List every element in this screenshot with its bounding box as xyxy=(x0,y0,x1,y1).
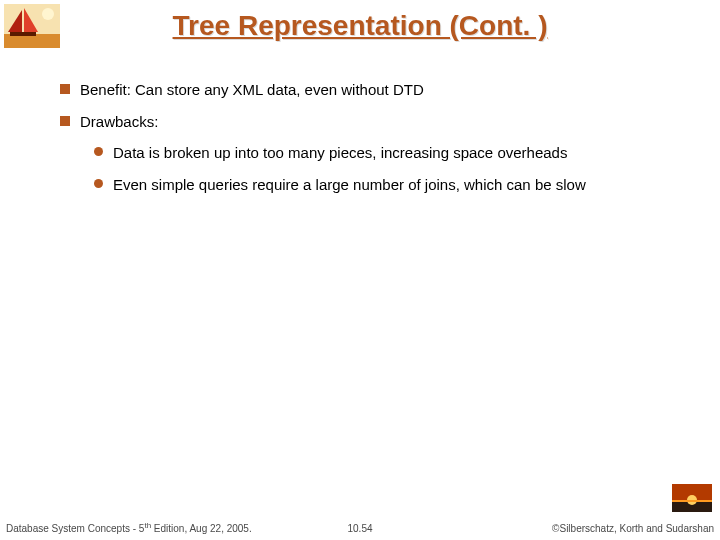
square-bullet-icon xyxy=(60,116,70,126)
sub-bullet-queries: Even simple queries require a large numb… xyxy=(94,175,690,195)
bullet-text: Benefit: Can store any XML data, even wi… xyxy=(80,80,424,100)
footer-copyright: ©Silberschatz, Korth and Sudarshan xyxy=(552,523,714,534)
bullet-text: Even simple queries require a large numb… xyxy=(113,175,586,195)
round-bullet-icon xyxy=(94,179,103,188)
sunset-image xyxy=(672,484,712,512)
round-bullet-icon xyxy=(94,147,103,156)
sub-bullet-data-broken: Data is broken up into too many pieces, … xyxy=(94,143,690,163)
square-bullet-icon xyxy=(60,84,70,94)
footer: Database System Concepts - 5th Edition, … xyxy=(0,518,720,534)
slide-title: Tree Representation (Cont. ) xyxy=(0,10,720,42)
bullet-benefit: Benefit: Can store any XML data, even wi… xyxy=(60,80,690,100)
bullet-text: Data is broken up into too many pieces, … xyxy=(113,143,567,163)
bullet-text: Drawbacks: xyxy=(80,112,158,132)
svg-rect-9 xyxy=(672,500,712,502)
slide: Tree Representation (Cont. ) Benefit: Ca… xyxy=(0,0,720,540)
slide-body: Benefit: Can store any XML data, even wi… xyxy=(60,80,690,206)
bullet-drawbacks: Drawbacks: xyxy=(60,112,690,132)
